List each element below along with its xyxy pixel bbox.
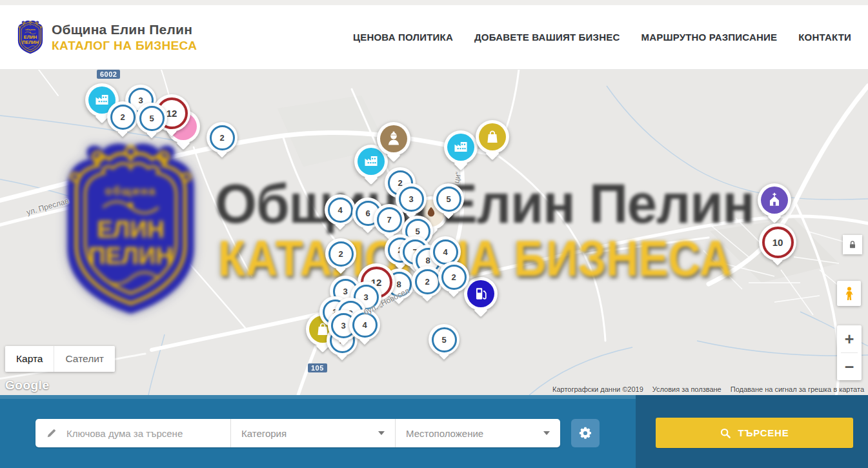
advanced-options-button[interactable]	[571, 419, 600, 447]
search-panel: Категория Местоположение ТЪРСЕНЕ	[0, 395, 868, 468]
road-badge-label: 6002	[97, 70, 120, 79]
fuel-marker[interactable]	[464, 277, 498, 310]
map-attribution: Картографски данни ©2019 Условия за полз…	[552, 385, 864, 393]
site-logo[interactable]: Община Елин Пелин КАТАЛОГ НА БИЗНЕСА	[15, 20, 197, 55]
search-bar: Категория Местоположение	[35, 419, 560, 447]
category-select-value: Категория	[241, 428, 287, 439]
map-type-satellite-button[interactable]: Сателит	[54, 346, 114, 372]
lock-button[interactable]	[843, 235, 862, 254]
header: Община Елин Пелин КАТАЛОГ НА БИЗНЕСА ЦЕН…	[0, 5, 868, 70]
zoom-in-button[interactable]: +	[837, 325, 862, 352]
site-title: Община Елин Пелин	[52, 22, 197, 37]
gear-icon	[578, 426, 592, 440]
category-select[interactable]: Категория	[230, 419, 395, 447]
zoom-out-button[interactable]: −	[837, 353, 862, 380]
main-nav: ЦЕНОВА ПОЛИТИКА ДОБАВЕТЕ ВАШИЯТ БИЗНЕС М…	[353, 32, 851, 43]
pegman-icon	[842, 285, 857, 302]
worker-marker[interactable]	[377, 122, 410, 156]
cluster-marker[interactable]: 2	[412, 266, 443, 297]
nav-contacts[interactable]: КОНТАКТИ	[798, 32, 851, 43]
google-logo[interactable]: Google	[5, 378, 49, 392]
attribution-copyright: Картографски данни ©2019	[552, 385, 643, 393]
search-icon	[720, 427, 731, 439]
map-type-control: Карта Сателит	[5, 346, 115, 372]
search-button-label: ТЪРСЕНЕ	[738, 427, 789, 438]
map-container: Община Елин Пелин КАТАЛОГ НА БИЗНЕСА 321…	[0, 70, 868, 395]
cluster-marker[interactable]: 7	[374, 204, 405, 235]
cluster-marker[interactable]: 5	[136, 103, 167, 134]
shopping-marker[interactable]	[476, 120, 509, 154]
nav-pricing-policy[interactable]: ЦЕНОВА ПОЛИТИКА	[353, 32, 453, 43]
municipality-emblem-icon	[15, 20, 45, 55]
lock-icon	[847, 239, 858, 250]
zoom-control: + −	[837, 325, 862, 380]
street-view-pegman-button[interactable]	[837, 281, 861, 306]
brand-text: Община Елин Пелин КАТАЛОГ НА БИЗНЕСА	[52, 22, 197, 53]
chevron-down-icon	[378, 431, 385, 435]
church-marker[interactable]	[758, 183, 791, 217]
search-button[interactable]: ТЪРСЕНЕ	[656, 418, 853, 448]
pencil-icon	[46, 427, 57, 439]
location-select[interactable]: Местоположение	[395, 419, 560, 447]
cluster-marker[interactable]: 5	[433, 183, 464, 214]
cluster-marker[interactable]: 2	[438, 261, 469, 292]
site-subtitle: КАТАЛОГ НА БИЗНЕСА	[52, 39, 197, 53]
cluster-marker[interactable]: 2	[207, 122, 237, 153]
terms-link[interactable]: Условия за ползване	[652, 385, 722, 393]
chevron-down-icon	[543, 431, 550, 435]
location-select-value: Местоположение	[406, 428, 483, 439]
nav-add-business[interactable]: ДОБАВЕТЕ ВАШИЯТ БИЗНЕС	[474, 32, 620, 43]
keyword-field-wrap	[35, 419, 230, 447]
cluster-marker[interactable]: 4	[325, 194, 356, 225]
top-strip	[0, 0, 868, 5]
cluster-marker[interactable]: 2	[325, 238, 356, 269]
page: Община Елин Пелин КАТАЛОГ НА БИЗНЕСА ЦЕН…	[0, 0, 868, 468]
factory-marker[interactable]	[444, 130, 478, 164]
nav-route-schedule[interactable]: МАРШРУТНО РАЗПИСАНИЕ	[641, 32, 777, 43]
cluster-marker[interactable]: 5	[429, 324, 459, 355]
report-error-link[interactable]: Подаване на сигнал за грешка в картата	[731, 385, 864, 393]
cluster-marker[interactable]: 10	[759, 223, 796, 261]
road-badge-label: 105	[308, 363, 327, 372]
cluster-marker[interactable]: 2	[107, 101, 138, 132]
keyword-search-input[interactable]	[65, 427, 224, 440]
map-type-map-button[interactable]: Карта	[5, 346, 54, 372]
